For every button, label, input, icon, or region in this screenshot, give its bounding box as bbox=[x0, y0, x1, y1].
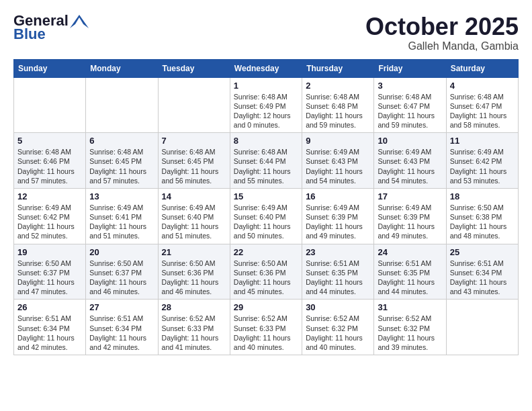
day-info: Sunrise: 6:49 AMSunset: 6:42 PMDaylight:… bbox=[450, 147, 515, 185]
day-number: 11 bbox=[450, 136, 515, 146]
day-number: 7 bbox=[162, 136, 226, 146]
day-number: 20 bbox=[89, 247, 154, 257]
calendar-cell: 14Sunrise: 6:49 AMSunset: 6:40 PMDayligh… bbox=[158, 188, 230, 244]
calendar-cell: 2Sunrise: 6:48 AMSunset: 6:48 PMDaylight… bbox=[302, 77, 374, 133]
day-number: 31 bbox=[378, 302, 442, 312]
day-number: 30 bbox=[306, 302, 370, 312]
day-number: 5 bbox=[17, 136, 82, 146]
location-title: Galleh Manda, Gambia bbox=[365, 40, 519, 52]
day-number: 17 bbox=[378, 191, 442, 201]
day-info: Sunrise: 6:49 AMSunset: 6:43 PMDaylight:… bbox=[378, 147, 442, 185]
calendar-cell: 15Sunrise: 6:49 AMSunset: 6:40 PMDayligh… bbox=[230, 188, 302, 244]
day-info: Sunrise: 6:49 AMSunset: 6:41 PMDaylight:… bbox=[89, 203, 154, 241]
day-number: 26 bbox=[17, 302, 82, 312]
day-number: 3 bbox=[378, 81, 442, 91]
calendar-cell: 3Sunrise: 6:48 AMSunset: 6:47 PMDaylight… bbox=[374, 77, 446, 133]
day-number: 19 bbox=[17, 247, 82, 257]
day-number: 18 bbox=[450, 191, 515, 201]
calendar-cell: 23Sunrise: 6:51 AMSunset: 6:35 PMDayligh… bbox=[302, 244, 374, 300]
calendar-week-row: 5Sunrise: 6:48 AMSunset: 6:46 PMDaylight… bbox=[14, 133, 519, 189]
day-info: Sunrise: 6:49 AMSunset: 6:43 PMDaylight:… bbox=[306, 147, 370, 185]
day-number: 4 bbox=[450, 81, 515, 91]
month-title: October 2025 bbox=[365, 13, 519, 40]
day-info: Sunrise: 6:49 AMSunset: 6:40 PMDaylight:… bbox=[234, 203, 298, 241]
day-info: Sunrise: 6:48 AMSunset: 6:44 PMDaylight:… bbox=[234, 147, 298, 185]
day-number: 14 bbox=[162, 191, 226, 201]
weekday-header: Sunday bbox=[14, 59, 86, 77]
calendar-cell: 6Sunrise: 6:48 AMSunset: 6:45 PMDaylight… bbox=[86, 133, 158, 189]
day-info: Sunrise: 6:52 AMSunset: 6:33 PMDaylight:… bbox=[162, 314, 226, 352]
calendar-cell: 9Sunrise: 6:49 AMSunset: 6:43 PMDaylight… bbox=[302, 133, 374, 189]
day-info: Sunrise: 6:48 AMSunset: 6:46 PMDaylight:… bbox=[17, 147, 82, 185]
day-number: 15 bbox=[234, 191, 298, 201]
day-number: 29 bbox=[234, 302, 298, 312]
calendar-cell: 17Sunrise: 6:49 AMSunset: 6:39 PMDayligh… bbox=[374, 188, 446, 244]
day-info: Sunrise: 6:48 AMSunset: 6:45 PMDaylight:… bbox=[89, 147, 154, 185]
weekday-header: Wednesday bbox=[230, 59, 302, 77]
calendar-cell: 30Sunrise: 6:52 AMSunset: 6:32 PMDayligh… bbox=[302, 300, 374, 355]
day-info: Sunrise: 6:51 AMSunset: 6:35 PMDaylight:… bbox=[378, 259, 442, 297]
day-info: Sunrise: 6:49 AMSunset: 6:39 PMDaylight:… bbox=[378, 203, 442, 241]
calendar-cell: 4Sunrise: 6:48 AMSunset: 6:47 PMDaylight… bbox=[446, 77, 518, 133]
calendar-cell: 16Sunrise: 6:49 AMSunset: 6:39 PMDayligh… bbox=[302, 188, 374, 244]
calendar-cell: 24Sunrise: 6:51 AMSunset: 6:35 PMDayligh… bbox=[374, 244, 446, 300]
calendar-cell: 22Sunrise: 6:50 AMSunset: 6:36 PMDayligh… bbox=[230, 244, 302, 300]
weekday-header: Tuesday bbox=[158, 59, 230, 77]
day-info: Sunrise: 6:48 AMSunset: 6:48 PMDaylight:… bbox=[306, 92, 370, 130]
calendar-cell: 28Sunrise: 6:52 AMSunset: 6:33 PMDayligh… bbox=[158, 300, 230, 355]
calendar-cell: 21Sunrise: 6:50 AMSunset: 6:36 PMDayligh… bbox=[158, 244, 230, 300]
calendar-cell bbox=[158, 77, 230, 133]
logo-arrow-icon bbox=[70, 15, 89, 28]
weekday-header: Friday bbox=[374, 59, 446, 77]
calendar-week-row: 19Sunrise: 6:50 AMSunset: 6:37 PMDayligh… bbox=[14, 244, 519, 300]
calendar-cell: 11Sunrise: 6:49 AMSunset: 6:42 PMDayligh… bbox=[446, 133, 518, 189]
day-number: 6 bbox=[89, 136, 154, 146]
day-info: Sunrise: 6:50 AMSunset: 6:37 PMDaylight:… bbox=[89, 259, 154, 297]
day-number: 28 bbox=[162, 302, 226, 312]
svg-marker-0 bbox=[70, 15, 89, 28]
calendar-cell: 5Sunrise: 6:48 AMSunset: 6:46 PMDaylight… bbox=[14, 133, 86, 189]
logo: General Blue bbox=[13, 13, 89, 42]
day-number: 23 bbox=[306, 247, 370, 257]
day-info: Sunrise: 6:52 AMSunset: 6:32 PMDaylight:… bbox=[306, 314, 370, 352]
calendar-cell bbox=[86, 77, 158, 133]
day-info: Sunrise: 6:49 AMSunset: 6:42 PMDaylight:… bbox=[17, 203, 82, 241]
day-info: Sunrise: 6:51 AMSunset: 6:34 PMDaylight:… bbox=[450, 259, 515, 297]
day-info: Sunrise: 6:52 AMSunset: 6:33 PMDaylight:… bbox=[234, 314, 298, 352]
calendar-cell: 25Sunrise: 6:51 AMSunset: 6:34 PMDayligh… bbox=[446, 244, 518, 300]
day-number: 24 bbox=[378, 247, 442, 257]
day-info: Sunrise: 6:50 AMSunset: 6:38 PMDaylight:… bbox=[450, 203, 515, 241]
day-number: 21 bbox=[162, 247, 226, 257]
calendar-cell: 26Sunrise: 6:51 AMSunset: 6:34 PMDayligh… bbox=[14, 300, 86, 355]
day-number: 13 bbox=[89, 191, 154, 201]
title-block: October 2025 Galleh Manda, Gambia bbox=[365, 13, 519, 52]
calendar-cell bbox=[446, 300, 518, 355]
calendar-cell: 20Sunrise: 6:50 AMSunset: 6:37 PMDayligh… bbox=[86, 244, 158, 300]
calendar-cell: 29Sunrise: 6:52 AMSunset: 6:33 PMDayligh… bbox=[230, 300, 302, 355]
day-number: 8 bbox=[234, 136, 298, 146]
calendar-cell: 12Sunrise: 6:49 AMSunset: 6:42 PMDayligh… bbox=[14, 188, 86, 244]
calendar-cell: 27Sunrise: 6:51 AMSunset: 6:34 PMDayligh… bbox=[86, 300, 158, 355]
day-info: Sunrise: 6:48 AMSunset: 6:47 PMDaylight:… bbox=[378, 92, 442, 130]
weekday-header: Thursday bbox=[302, 59, 374, 77]
calendar-cell: 8Sunrise: 6:48 AMSunset: 6:44 PMDaylight… bbox=[230, 133, 302, 189]
day-number: 22 bbox=[234, 247, 298, 257]
calendar-cell: 18Sunrise: 6:50 AMSunset: 6:38 PMDayligh… bbox=[446, 188, 518, 244]
day-number: 9 bbox=[306, 136, 370, 146]
day-info: Sunrise: 6:50 AMSunset: 6:36 PMDaylight:… bbox=[162, 259, 226, 297]
day-info: Sunrise: 6:50 AMSunset: 6:36 PMDaylight:… bbox=[234, 259, 298, 297]
calendar-cell: 7Sunrise: 6:48 AMSunset: 6:45 PMDaylight… bbox=[158, 133, 230, 189]
calendar-cell: 13Sunrise: 6:49 AMSunset: 6:41 PMDayligh… bbox=[86, 188, 158, 244]
day-number: 10 bbox=[378, 136, 442, 146]
day-info: Sunrise: 6:49 AMSunset: 6:39 PMDaylight:… bbox=[306, 203, 370, 241]
day-number: 12 bbox=[17, 191, 82, 201]
day-info: Sunrise: 6:51 AMSunset: 6:34 PMDaylight:… bbox=[89, 314, 154, 352]
day-number: 2 bbox=[306, 81, 370, 91]
day-info: Sunrise: 6:51 AMSunset: 6:35 PMDaylight:… bbox=[306, 259, 370, 297]
logo-blue-text: Blue bbox=[13, 27, 46, 42]
day-info: Sunrise: 6:52 AMSunset: 6:32 PMDaylight:… bbox=[378, 314, 442, 352]
day-number: 1 bbox=[234, 81, 298, 91]
calendar-week-row: 12Sunrise: 6:49 AMSunset: 6:42 PMDayligh… bbox=[14, 188, 519, 244]
weekday-header-row: SundayMondayTuesdayWednesdayThursdayFrid… bbox=[14, 59, 519, 77]
calendar-cell: 1Sunrise: 6:48 AMSunset: 6:49 PMDaylight… bbox=[230, 77, 302, 133]
